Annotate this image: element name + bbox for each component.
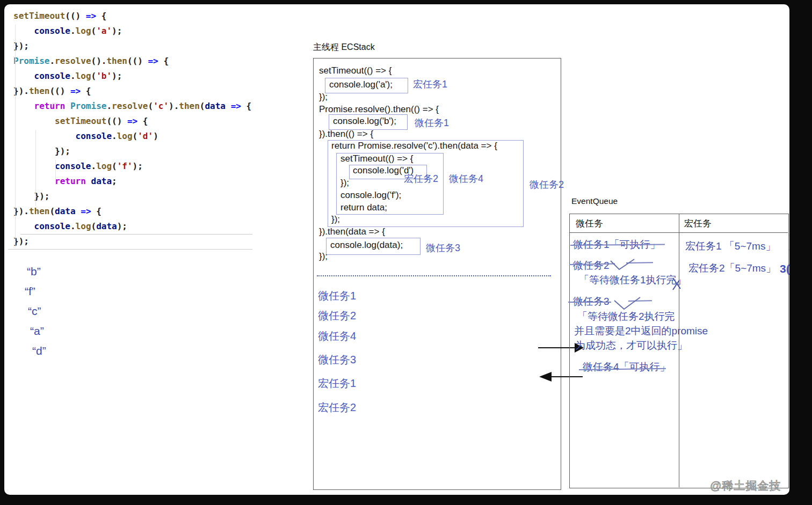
code-token: log (117, 131, 133, 141)
indent-guide (15, 25, 16, 247)
task-order-item: 微任务3 (318, 353, 356, 367)
screenshot-frame: setTimeout(() => { console.log('a'); });… (0, 0, 812, 505)
console-output-value: “d” (32, 345, 46, 357)
code-token: ) (153, 131, 158, 141)
task-label: 微任务1 (415, 116, 449, 129)
eventqueue-title: EventQueue (571, 196, 618, 206)
code-token (226, 101, 231, 111)
ecstack-code-line: console.log(data); (330, 240, 403, 251)
code-token: ); (133, 161, 143, 171)
code-token (13, 101, 34, 111)
macrotask-entry: 宏任务2「5~7ms」 (688, 261, 776, 275)
code-token: ); (112, 26, 122, 36)
microtask-entry: 微任务4「可执行」 (583, 360, 670, 374)
code-token: . (70, 221, 76, 231)
code-token: 'b' (96, 71, 112, 81)
diagram-canvas: setTimeout(() => { console.log('a'); });… (4, 4, 789, 495)
code-token: => (86, 11, 96, 21)
code-token (13, 116, 55, 126)
code-token: { (81, 86, 91, 96)
ecstack-code-line: }); (331, 214, 340, 225)
code-token: . (70, 26, 76, 36)
ecstack-code-line: Promise.resolve().then(() => { (319, 104, 439, 115)
code-token: => (70, 86, 81, 96)
microtask-entry: 「等待微任务1执行完」 (579, 273, 687, 287)
code-token: Promise (13, 56, 49, 66)
task-label: 微任务3 (426, 241, 460, 254)
code-token: log (76, 221, 91, 231)
code-token: { (96, 11, 106, 21)
task-label: 微任务2 (530, 178, 564, 191)
code-token: . (91, 161, 97, 171)
ecstack-code-line: return Promise.resolve('c').then(data =>… (331, 141, 497, 151)
code-token: => (127, 116, 137, 126)
edge-mark-blue: 3( (780, 262, 789, 275)
code-token (13, 131, 76, 141)
code-token (13, 221, 34, 231)
code-token: { (91, 206, 102, 216)
code-token (13, 71, 34, 81)
code-token: ); (117, 221, 127, 231)
indent-guide (55, 160, 56, 185)
microtask-entry: 微任务2 (573, 259, 610, 273)
indent-guide (35, 130, 36, 206)
task-order-item: 宏任务2 (318, 400, 356, 415)
code-token: . (70, 71, 76, 81)
console-output-value: “a” (30, 325, 44, 338)
x-mark-icon (671, 275, 682, 291)
code-editor: setTimeout(() => { console.log('a'); });… (13, 9, 251, 249)
code-token: console (34, 221, 70, 231)
editor-underline (8, 249, 252, 250)
ecstack-title: 主线程 ECStack (313, 42, 375, 53)
ellipsis-hint: … (52, 98, 57, 105)
code-token: resolve (55, 56, 91, 66)
code-token: then (29, 86, 50, 96)
code-token: 'c' (153, 101, 169, 111)
code-token: return (55, 176, 86, 186)
task-label: 微任务4 (449, 172, 483, 185)
eventqueue-header-micro: 微任务 (576, 217, 603, 230)
code-token: log (76, 71, 91, 81)
code-token: 'd' (137, 131, 153, 141)
code-token: (() (65, 11, 86, 21)
code-token: data (91, 176, 112, 186)
ecstack-code-line: }).then(() => { (319, 129, 373, 140)
task-order-item: 微任务1 (318, 289, 356, 303)
code-token: }). (13, 206, 29, 216)
ecstack-code-line: }); (319, 92, 328, 103)
code-token: => (148, 56, 158, 66)
task-order-item: 宏任务1 (318, 376, 356, 391)
code-token: (). (91, 56, 107, 66)
code-token: ( (112, 161, 117, 171)
task-order-item: 微任务4 (318, 329, 356, 343)
code-token: => (81, 206, 91, 216)
edge-mark-red: 」 (788, 243, 789, 252)
code-token: then (29, 206, 50, 216)
code-token: setTimeout (55, 116, 106, 126)
code-token: }); (13, 146, 70, 156)
watermark: @稀土掘金技术社区 (710, 478, 789, 495)
arrow-left-icon (539, 372, 552, 382)
code-token: console (76, 131, 112, 141)
strikethrough-line (568, 302, 611, 303)
code-token: { (137, 116, 148, 126)
code-token: then (106, 56, 127, 66)
code-token: ( (133, 131, 138, 141)
ecstack-code-line: setTimeout(() => { (319, 65, 392, 76)
code-token: { (241, 101, 251, 111)
code-token: }). (13, 86, 29, 96)
code-token: . (49, 56, 55, 66)
code-token (13, 161, 55, 171)
task-label: 宏任务1 (413, 78, 447, 91)
code-token: ); (112, 71, 122, 81)
macrotask-entry: 宏任务1 「5~7ms」 (685, 239, 775, 253)
code-token: => (231, 101, 241, 111)
ecstack-code-line: console.log('a'); (329, 79, 393, 90)
dotted-separator (317, 275, 551, 276)
eventqueue-header-line (569, 232, 788, 233)
code-token: ( (91, 221, 97, 231)
code-token: ; (112, 176, 117, 186)
code-token: ( (91, 26, 97, 36)
code-token: (() (127, 56, 148, 66)
code-token: log (96, 161, 112, 171)
